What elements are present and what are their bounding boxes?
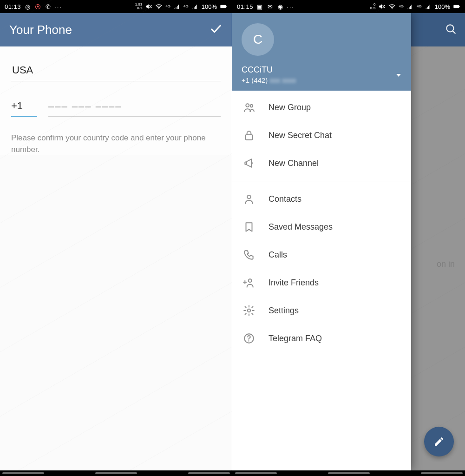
signal-icon-2 (191, 3, 199, 10)
phone-icon (242, 248, 255, 261)
status-battery-pct: 100% (202, 3, 217, 10)
help-icon (242, 332, 255, 345)
drawer-list: New GroupNew Secret ChatNew ChannelConta… (232, 91, 411, 470)
wifi-icon (388, 3, 396, 10)
status-bar: 01:13 ◎ ⦿ ✆ ··· 1.93 K/s 4G 4G 100% (0, 0, 232, 13)
country-selector[interactable]: USA (11, 58, 221, 81)
status-4g-2: 4G (417, 5, 422, 8)
drawer-item-label: Settings (269, 306, 299, 316)
android-nav-bar (0, 470, 232, 476)
phone-number-input[interactable] (48, 98, 221, 117)
person-icon (242, 192, 255, 205)
drawer-item-telegram-faq[interactable]: Telegram FAQ (232, 324, 411, 352)
status-rec-icon: ⦿ (34, 3, 41, 10)
status-4g-1: 4G (399, 5, 404, 8)
mute-icon (145, 3, 152, 10)
search-icon (445, 23, 457, 35)
pencil-icon (433, 436, 445, 447)
megaphone-icon (242, 157, 255, 170)
drawer-item-contacts[interactable]: Contacts (232, 185, 411, 213)
drawer-username: CCCiTU (242, 65, 402, 75)
group-icon (242, 101, 255, 114)
status-chat-icon: ◉ (276, 3, 284, 10)
helper-text: Please confirm your country code and ent… (11, 132, 221, 155)
status-more-icon: ··· (287, 3, 295, 10)
status-time: 01:13 (5, 3, 21, 10)
drawer-item-saved-messages[interactable]: Saved Messages (232, 213, 411, 241)
signal-icon (173, 3, 181, 10)
account-switcher[interactable] (395, 72, 402, 80)
screen-your-phone: 01:13 ◎ ⦿ ✆ ··· 1.93 K/s 4G 4G 100% Your… (0, 0, 232, 476)
status-4g-2: 4G (183, 5, 189, 8)
battery-icon (453, 3, 460, 10)
appbar: Your Phone (0, 13, 232, 46)
avatar[interactable]: C (242, 23, 274, 56)
lock-icon (242, 129, 255, 142)
drawer-item-label: Saved Messages (269, 222, 333, 232)
background-text-fragment: on in (437, 259, 455, 269)
screen-drawer-open: 01:15 ▣ ✉ ◉ ··· 0 K/s 4G 4G 100% on in (232, 0, 465, 476)
android-nav-bar (232, 470, 465, 476)
bookmark-icon (242, 220, 255, 233)
drawer-item-settings[interactable]: Settings (232, 297, 411, 324)
status-bar: 01:15 ▣ ✉ ◉ ··· 0 K/s 4G 4G 100% (232, 0, 465, 13)
drawer-divider (232, 181, 411, 181)
mute-icon (378, 3, 386, 10)
status-phone-off-icon: ✆ (44, 3, 52, 10)
drawer-item-calls[interactable]: Calls (232, 241, 411, 269)
gear-icon (242, 304, 255, 317)
drawer-item-label: New Channel (269, 159, 319, 168)
battery-icon (220, 3, 227, 10)
compose-fab[interactable] (424, 427, 454, 456)
wifi-icon (155, 3, 163, 10)
drawer-item-new-group[interactable]: New Group (232, 93, 411, 121)
drawer-item-new-channel[interactable]: New Channel (232, 149, 411, 177)
search-button[interactable] (445, 23, 457, 37)
signal-icon-2 (425, 3, 432, 10)
status-battery-pct: 100% (435, 3, 450, 10)
page-title: Your Phone (9, 23, 72, 37)
status-netspeed: 1.93 K/s (135, 3, 143, 10)
person-plus-icon (242, 276, 255, 289)
status-mail-icon: ✉ (266, 3, 274, 10)
navigation-drawer: C CCCiTU +1 (442) xxx xxxx New GroupNew … (232, 13, 411, 470)
drawer-item-label: Telegram FAQ (269, 334, 322, 344)
country-code-input[interactable] (11, 97, 37, 117)
status-time: 01:15 (237, 3, 253, 10)
drawer-item-label: Contacts (269, 194, 301, 204)
drawer-header[interactable]: C CCCiTU +1 (442) xxx xxxx (232, 13, 411, 91)
signal-icon (406, 3, 414, 10)
status-image-icon: ▣ (256, 3, 263, 10)
drawer-item-label: New Group (269, 103, 311, 112)
status-4g-1: 4G (165, 5, 170, 8)
drawer-item-label: Invite Friends (269, 278, 319, 288)
drawer-phone: +1 (442) xxx xxxx (242, 76, 402, 84)
status-more-icon: ··· (54, 3, 62, 10)
drawer-item-invite-friends[interactable]: Invite Friends (232, 269, 411, 297)
drawer-item-label: Calls (269, 250, 287, 260)
confirm-button[interactable] (210, 22, 223, 37)
chevron-down-icon (395, 72, 402, 79)
drawer-item-label: New Secret Chat (269, 131, 332, 140)
avatar-initial: C (253, 32, 262, 47)
status-netspeed: 0 K/s (370, 3, 376, 10)
check-icon (210, 22, 223, 35)
drawer-item-new-secret-chat[interactable]: New Secret Chat (232, 121, 411, 149)
status-app-icon: ◎ (24, 3, 31, 10)
